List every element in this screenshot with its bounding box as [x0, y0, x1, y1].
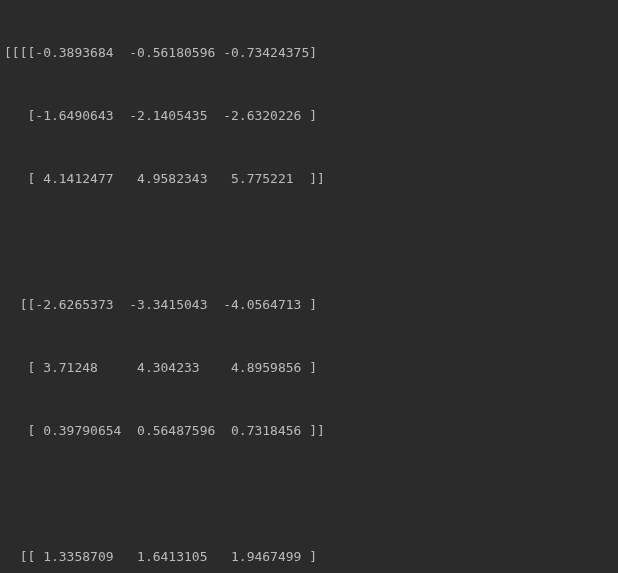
output-line: [ 4.1412477 4.9582343 5.775221 ]]	[4, 168, 614, 189]
output-line: [-1.6490643 -2.1405435 -2.6320226 ]	[4, 105, 614, 126]
terminal-output: [[[[-0.3893684 -0.56180596 -0.73424375] …	[0, 0, 618, 573]
output-line: [[-2.6265373 -3.3415043 -4.0564713 ]	[4, 294, 614, 315]
output-line: [ 3.71248 4.304233 4.8959856 ]	[4, 357, 614, 378]
output-line	[4, 231, 614, 252]
output-line: [[[[-0.3893684 -0.56180596 -0.73424375]	[4, 42, 614, 63]
output-line: [ 0.39790654 0.56487596 0.7318456 ]]	[4, 420, 614, 441]
output-line	[4, 483, 614, 504]
output-line: [[ 1.3358709 1.6413105 1.9467499 ]	[4, 546, 614, 567]
